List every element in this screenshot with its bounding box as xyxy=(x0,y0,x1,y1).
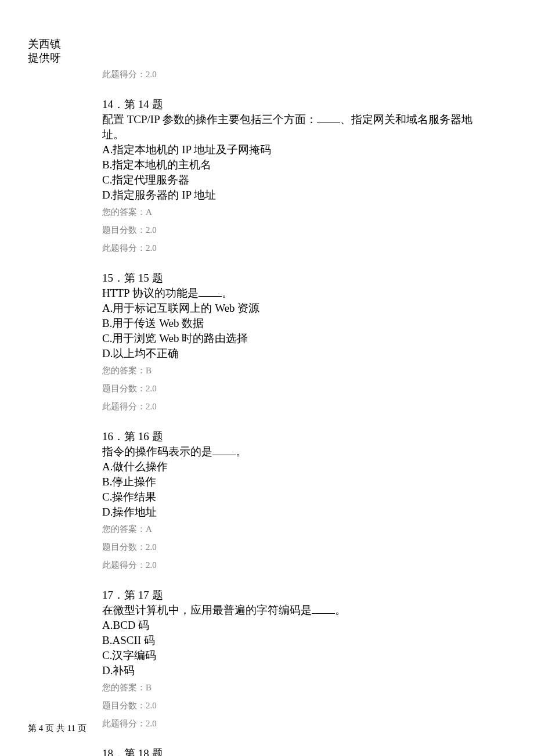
top-score-earned: 此题得分：2.0 xyxy=(102,69,474,81)
question-15: 15．第 15 题 HTTP 协议的功能是。 A.用于标记互联网上的 Web 资… xyxy=(102,271,474,413)
option-b: B.指定本地机的主机名 xyxy=(102,157,474,172)
user-answer: 您的答案：B xyxy=(102,365,474,377)
blank xyxy=(317,112,340,123)
blank xyxy=(199,286,222,297)
question-stem: 指令的操作码表示的是。 xyxy=(102,444,474,459)
stem-pre: 配置 TCP/IP 参数的操作主要包括三个方面： xyxy=(102,113,317,125)
option-d: D.指定服务器的 IP 地址 xyxy=(102,188,474,203)
user-answer: 您的答案：A xyxy=(102,206,474,218)
option-b: B.停止操作 xyxy=(102,474,474,489)
question-18: 18．第 18 题 xyxy=(102,746,474,756)
stem-post: 。 xyxy=(335,604,346,616)
option-c: C.汉字编码 xyxy=(102,648,474,663)
option-c: C.用于浏览 Web 时的路由选择 xyxy=(102,331,474,346)
stem-pre: 指令的操作码表示的是 xyxy=(102,445,212,458)
user-answer: 您的答案：B xyxy=(102,682,474,694)
score-earned: 此题得分：2.0 xyxy=(102,401,474,413)
question-14: 14．第 14 题 配置 TCP/IP 参数的操作主要包括三个方面：、指定网关和… xyxy=(102,97,474,254)
question-17: 17．第 17 题 在微型计算机中，应用最普遍的字符编码是。 A.BCD 码 B… xyxy=(102,588,474,730)
page-footer: 第 4 页 共 11 页 xyxy=(28,723,86,734)
question-title: 18．第 18 题 xyxy=(102,746,474,756)
stem-post: 。 xyxy=(222,287,233,299)
question-stem: HTTP 协议的功能是。 xyxy=(102,286,474,301)
blank xyxy=(212,444,236,455)
stem-pre: HTTP 协议的功能是 xyxy=(102,287,199,299)
question-title: 17．第 17 题 xyxy=(102,588,474,603)
blank xyxy=(312,603,335,614)
stem-pre: 在微型计算机中，应用最普遍的字符编码是 xyxy=(102,604,312,616)
question-title: 15．第 15 题 xyxy=(102,271,474,286)
question-stem: 在微型计算机中，应用最普遍的字符编码是。 xyxy=(102,603,474,618)
user-answer: 您的答案：A xyxy=(102,523,474,535)
option-b: B.用于传送 Web 数据 xyxy=(102,316,474,331)
score-earned: 此题得分：2.0 xyxy=(102,718,474,730)
full-score: 题目分数：2.0 xyxy=(102,224,474,236)
question-16: 16．第 16 题 指令的操作码表示的是。 A.做什么操作 B.停止操作 C.操… xyxy=(102,429,474,571)
header-line-2: 提供呀 xyxy=(28,51,61,65)
question-title: 14．第 14 题 xyxy=(102,97,474,112)
option-a: A.用于标记互联网上的 Web 资源 xyxy=(102,301,474,316)
option-a: A.做什么操作 xyxy=(102,459,474,474)
score-earned: 此题得分：2.0 xyxy=(102,242,474,254)
option-d: D.操作地址 xyxy=(102,505,474,520)
option-b: B.ASCII 码 xyxy=(102,633,474,648)
header-line-1: 关西镇 xyxy=(28,37,61,51)
option-d: D.补码 xyxy=(102,663,474,678)
stem-post: 。 xyxy=(236,445,247,458)
full-score: 题目分数：2.0 xyxy=(102,700,474,712)
option-a: A.BCD 码 xyxy=(102,618,474,633)
full-score: 题目分数：2.0 xyxy=(102,383,474,395)
option-a: A.指定本地机的 IP 地址及子网掩码 xyxy=(102,142,474,157)
score-earned: 此题得分：2.0 xyxy=(102,559,474,571)
option-c: C.操作结果 xyxy=(102,489,474,505)
option-d: D.以上均不正确 xyxy=(102,346,474,361)
full-score: 题目分数：2.0 xyxy=(102,541,474,553)
question-stem: 配置 TCP/IP 参数的操作主要包括三个方面：、指定网关和域名服务器地址。 xyxy=(102,112,474,142)
option-c: C.指定代理服务器 xyxy=(102,172,474,188)
question-title: 16．第 16 题 xyxy=(102,429,474,444)
